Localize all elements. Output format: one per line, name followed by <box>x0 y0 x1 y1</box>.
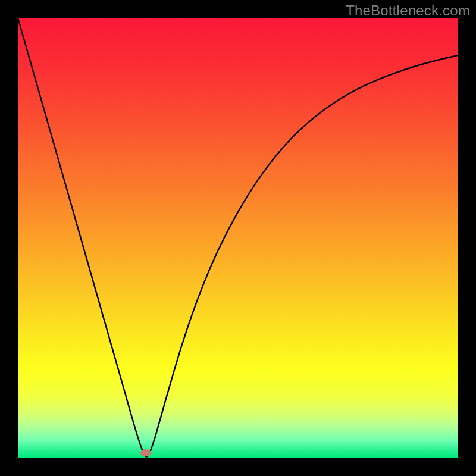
background-gradient <box>18 18 458 458</box>
optimal-marker <box>140 449 151 456</box>
svg-rect-0 <box>18 18 458 458</box>
chart-frame: TheBottleneck.com <box>0 0 476 476</box>
watermark-text: TheBottleneck.com <box>346 2 470 19</box>
plot-area <box>18 18 458 458</box>
